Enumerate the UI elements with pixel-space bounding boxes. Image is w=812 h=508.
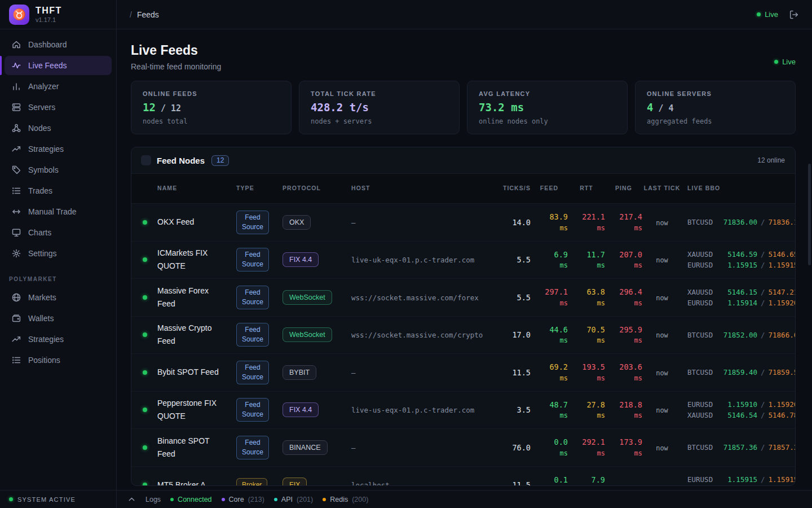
brand[interactable]: ♉ THFT v1.17.1 bbox=[0, 0, 116, 29]
ping-number: 296.4 bbox=[619, 287, 642, 296]
rtt-unit: ms bbox=[568, 412, 605, 419]
service-label: Core bbox=[229, 496, 244, 503]
sidebar-item-markets[interactable]: Markets bbox=[5, 288, 112, 307]
table-row[interactable]: OKX FeedFeedSourceOKX–14.083.9ms221.1ms2… bbox=[131, 204, 795, 242]
chevron-up-icon[interactable] bbox=[127, 494, 136, 505]
rtt-unit: ms bbox=[568, 337, 605, 344]
bbo-separator: / bbox=[757, 474, 769, 485]
host-value: wss://socket.massive.com/crypto bbox=[351, 331, 483, 339]
rtt-unit: ms bbox=[568, 375, 605, 382]
page-header: Live Feeds Real-time feed monitoring Liv… bbox=[131, 43, 796, 71]
column-header-protocol[interactable]: PROTOCOL bbox=[283, 184, 351, 193]
bbo-symbol: BTCUSD bbox=[687, 485, 720, 486]
status-cell bbox=[131, 408, 147, 412]
column-header-rtt[interactable]: RTT bbox=[568, 184, 605, 193]
status-cell bbox=[131, 483, 147, 486]
service-status-redis: Redis(200) bbox=[323, 496, 368, 503]
type-cell: FeedSource bbox=[236, 286, 283, 309]
rtt-unit: ms bbox=[568, 262, 605, 269]
type-badge: FeedSource bbox=[236, 286, 269, 309]
table-row[interactable]: MT5 Broker ABrokerFIXlocalhost11.50.1ms7… bbox=[131, 467, 795, 487]
ticks-value: 17.0 bbox=[512, 330, 531, 339]
sidebar-item-charts[interactable]: Charts bbox=[5, 223, 112, 242]
sidebar-item-nodes[interactable]: Nodes bbox=[5, 119, 112, 138]
sidebar-item-live-feeds[interactable]: Live Feeds bbox=[5, 56, 112, 75]
live-dot bbox=[757, 12, 761, 16]
table-row[interactable]: Massive Crypto FeedFeedSourceWebSocketws… bbox=[131, 317, 795, 354]
column-header-name[interactable]: NAME bbox=[147, 184, 236, 193]
latency-rtt-cell: 70.5ms bbox=[568, 326, 605, 344]
feed-name: Pepperstone FIX QUOTE bbox=[157, 397, 227, 423]
ping-unit: ms bbox=[605, 412, 642, 419]
sidebar-item-servers[interactable]: Servers bbox=[5, 98, 112, 117]
rtt-number: 27.8 bbox=[586, 400, 605, 409]
ticks-cell: 11.5 bbox=[488, 367, 531, 378]
online-status-dot bbox=[143, 332, 147, 337]
feed-name: ICMarkets FIX QUOTE bbox=[157, 247, 227, 273]
type-badge: FeedSource bbox=[236, 436, 269, 459]
app-logo-icon: ♉ bbox=[9, 5, 29, 25]
latency-feed-cell: 48.7ms bbox=[531, 401, 568, 419]
column-header-feed[interactable]: FEED bbox=[531, 184, 568, 193]
rtt-number: 221.1 bbox=[582, 212, 605, 221]
ticks-value: 11.5 bbox=[512, 368, 531, 377]
table-row[interactable]: Bybit SPOT FeedFeedSourceBYBIT–11.569.2m… bbox=[131, 354, 795, 392]
stat-label: ONLINE FEEDS bbox=[143, 90, 280, 97]
sidebar-item-label: Servers bbox=[28, 103, 55, 112]
rtt-number: 11.7 bbox=[586, 250, 605, 259]
host-cell: live-uk-eqx-01.p.c-trader.com bbox=[351, 255, 488, 265]
ping-number: 203.6 bbox=[619, 362, 642, 371]
column-header-ping[interactable]: PING bbox=[605, 184, 642, 193]
feed-value: 48.7ms bbox=[531, 401, 568, 419]
logs-button[interactable]: Logs bbox=[145, 496, 161, 503]
table-row[interactable]: ICMarkets FIX QUOTEFeedSourceFIX 4.4live… bbox=[131, 242, 795, 279]
live-bbo-cell: EURUSD1.15910/1.15920XAUUSD5146.54/5146.… bbox=[682, 399, 795, 421]
logs-label: Logs bbox=[145, 496, 161, 503]
service-count: (201) bbox=[297, 496, 313, 503]
sidebar-item-dashboard[interactable]: Dashboard bbox=[5, 35, 112, 54]
feed-nodes-header: Feed Nodes 12 12 online bbox=[131, 147, 795, 173]
feed-name: Massive Crypto Feed bbox=[157, 322, 227, 348]
scrollbar-thumb[interactable] bbox=[808, 164, 811, 265]
host-cell: wss://socket.massive.com/forex bbox=[351, 292, 488, 303]
column-header-last-tick[interactable]: LAST TICK bbox=[642, 184, 682, 193]
last-tick-value: now bbox=[656, 406, 668, 414]
host-cell: wss://socket.massive.com/crypto bbox=[351, 330, 488, 340]
table-row[interactable]: Massive Forex FeedFeedSourceWebSocketwss… bbox=[131, 279, 795, 317]
table-row[interactable]: Pepperstone FIX QUOTEFeedSourceFIX 4.4li… bbox=[131, 392, 795, 430]
bbo-symbol: BTCUSD bbox=[687, 330, 720, 340]
ping-value: 207.0ms bbox=[605, 251, 642, 269]
column-header-type[interactable]: TYPE bbox=[236, 184, 283, 193]
feed-value: 6.9ms bbox=[531, 251, 568, 269]
topbar-live-status: Live bbox=[757, 10, 778, 19]
sidebar-item-manual-trade[interactable]: Manual Trade bbox=[5, 202, 112, 221]
sidebar-item-positions[interactable]: Positions bbox=[5, 351, 112, 370]
host-cell: – bbox=[351, 443, 488, 453]
rtt-value: 11.7ms bbox=[568, 251, 605, 269]
breadcrumb-current[interactable]: Feeds bbox=[137, 10, 159, 19]
bbo-quote: XAUUSD5146.59/5146.65 bbox=[687, 249, 795, 260]
sidebar-item-strategies[interactable]: Strategies bbox=[5, 330, 112, 349]
bbo-quote: XAUUSD5146.15/5147.21 bbox=[687, 287, 795, 297]
api-dot bbox=[274, 498, 277, 501]
sidebar-item-wallets[interactable]: Wallets bbox=[5, 309, 112, 328]
sidebar-item-trades[interactable]: Trades bbox=[5, 181, 112, 200]
latency-rtt-cell: 11.7ms bbox=[568, 251, 605, 269]
sidebar-item-label: Wallets bbox=[28, 314, 54, 323]
feed-nodes-icon bbox=[141, 155, 151, 165]
sidebar-item-label: Strategies bbox=[28, 144, 64, 154]
table-row[interactable]: Binance SPOT FeedFeedSourceBINANCE–76.00… bbox=[131, 429, 795, 467]
host-cell: – bbox=[351, 367, 488, 378]
sidebar-item-symbols[interactable]: Symbols bbox=[5, 160, 112, 179]
feed-value: 69.2ms bbox=[531, 364, 568, 382]
column-header-live-bbo[interactable]: LIVE BBO bbox=[682, 184, 795, 193]
column-header-host[interactable]: HOST bbox=[351, 184, 488, 193]
column-header-ticks-s[interactable]: TICKS/S bbox=[488, 184, 531, 193]
sidebar-item-settings[interactable]: Settings bbox=[5, 244, 112, 263]
sidebar-item-strategies[interactable]: Strategies bbox=[5, 139, 112, 159]
sidebar-item-analyzer[interactable]: Analyzer bbox=[5, 77, 112, 96]
type-badge-line: Broker bbox=[242, 480, 262, 486]
rtt-number: 292.1 bbox=[582, 437, 605, 446]
logout-icon[interactable] bbox=[788, 9, 800, 20]
feed-unit: ms bbox=[531, 375, 568, 382]
